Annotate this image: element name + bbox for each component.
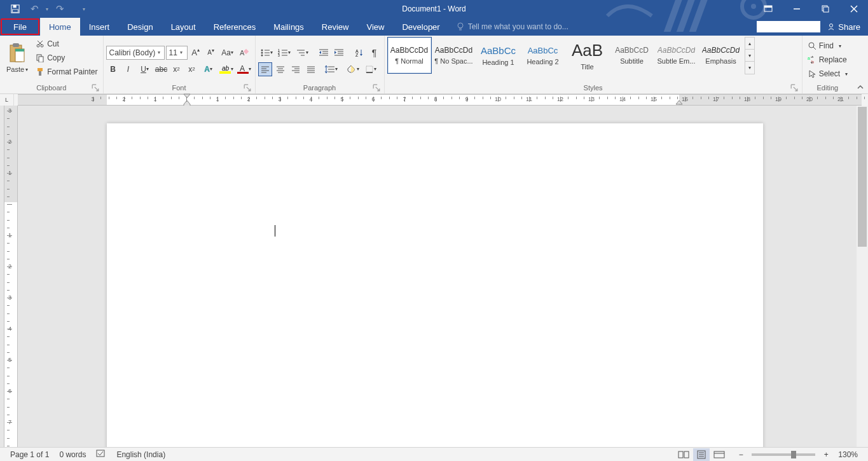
word-count-status[interactable]: 0 words (54, 450, 91, 459)
bullets-button[interactable]: ▾ (258, 46, 275, 60)
zoom-slider-thumb[interactable] (791, 451, 796, 458)
line-spacing-button[interactable]: ▾ (323, 62, 340, 76)
redo-button[interactable]: ↷ (52, 1, 67, 17)
scissors-icon (36, 39, 45, 48)
justify-button[interactable] (304, 62, 318, 76)
dialog-launcher-icon[interactable] (92, 84, 99, 92)
multilevel-list-button[interactable]: ▾ (294, 46, 310, 60)
style-subtle-em---[interactable]: AaBbCcDdSubtle Em... (654, 37, 699, 74)
horizontal-ruler[interactable]: 321123456789101112131415161718192021 (18, 94, 862, 106)
tab-layout[interactable]: Layout (162, 18, 205, 36)
qat-dropdown-icon[interactable]: ▾ (46, 6, 48, 12)
style-heading-1[interactable]: AaBbCcHeading 1 (476, 37, 521, 74)
grow-font-button[interactable]: A▴ (189, 46, 203, 60)
tell-me-search[interactable]: Tell me what you want to do... (449, 18, 576, 36)
gallery-more-button[interactable]: ▾ (745, 62, 754, 74)
page-number-status[interactable]: Page 1 of 1 (5, 450, 54, 459)
replace-icon: ab (808, 55, 816, 64)
subscript-button[interactable]: x2 (170, 62, 184, 76)
decrease-indent-button[interactable] (317, 46, 331, 60)
sort-button[interactable]: AZ (352, 46, 366, 60)
tab-review[interactable]: Review (313, 18, 358, 36)
underline-button[interactable]: U▾ (137, 62, 153, 76)
text-effects-button[interactable]: A▾ (200, 62, 217, 76)
gallery-up-button[interactable]: ▴ (745, 38, 754, 50)
tab-design[interactable]: Design (118, 18, 162, 36)
select-button[interactable]: Select▾ (805, 67, 850, 81)
scrollbar-thumb[interactable] (858, 107, 867, 247)
style-title[interactable]: AaBTitle (565, 37, 610, 74)
vertical-ruler[interactable]: 32112345678 (4, 106, 18, 447)
font-label: Font (172, 84, 186, 92)
zoom-slider[interactable] (752, 453, 815, 456)
undo-button[interactable]: ↶ (27, 1, 42, 17)
tab-developer[interactable]: Developer (393, 18, 448, 36)
increase-indent-button[interactable] (332, 46, 346, 60)
copy-button[interactable]: Copy (33, 51, 100, 65)
zoom-in-button[interactable]: + (820, 448, 832, 461)
replace-button[interactable]: abReplace (805, 53, 850, 67)
tab-mailings[interactable]: Mailings (265, 18, 313, 36)
save-icon[interactable] (8, 1, 23, 17)
align-right-button[interactable] (289, 62, 303, 76)
borders-button[interactable]: ▾ (362, 62, 379, 76)
page-container (18, 106, 857, 447)
shrink-font-button[interactable]: A▾ (204, 46, 218, 60)
numbering-button[interactable]: 123▾ (276, 46, 293, 60)
search-box[interactable] (757, 21, 820, 32)
minimize-button[interactable] (782, 0, 811, 18)
share-button[interactable]: Share (827, 22, 860, 32)
bold-button[interactable]: B (106, 62, 120, 76)
dialog-launcher-icon[interactable] (373, 84, 380, 92)
styles-gallery-nav: ▴ ▾ ▾ (745, 37, 755, 74)
language-status[interactable]: English (India) (111, 450, 170, 459)
find-button[interactable]: Find▾ (805, 39, 844, 53)
ribbon-display-options-icon[interactable] (754, 0, 782, 18)
tab-selector[interactable]: L (0, 94, 14, 106)
highlight-button[interactable]: ab▾ (218, 62, 235, 76)
strikethrough-button[interactable]: abc (155, 62, 169, 76)
collapse-ribbon-button[interactable] (853, 36, 868, 93)
style---normal[interactable]: AaBbCcDd¶ Normal (387, 37, 432, 74)
superscript-button[interactable]: x2 (185, 62, 199, 76)
svg-point-85 (809, 43, 814, 48)
align-left-button[interactable] (258, 62, 272, 76)
font-color-button[interactable]: A▾ (236, 62, 252, 76)
spell-check-status[interactable] (91, 449, 111, 460)
qat-customize-icon[interactable]: ▾ (83, 6, 85, 12)
shading-button[interactable]: ▾ (345, 62, 361, 76)
maximize-button[interactable] (811, 0, 839, 18)
document-page[interactable] (107, 123, 763, 447)
align-center-button[interactable] (273, 62, 287, 76)
tab-file[interactable]: File (1, 18, 39, 35)
gallery-down-button[interactable]: ▾ (745, 50, 754, 62)
italic-button[interactable]: I (121, 62, 135, 76)
style-emphasis[interactable]: AaBbCcDdEmphasis (699, 37, 743, 74)
show-marks-button[interactable]: ¶ (368, 46, 382, 60)
dialog-launcher-icon[interactable] (790, 84, 798, 92)
style---no-spac---[interactable]: AaBbCcDd¶ No Spac... (432, 37, 476, 74)
vertical-scrollbar[interactable] (857, 106, 868, 447)
zoom-out-button[interactable]: − (735, 448, 747, 461)
zoom-level[interactable]: 130% (833, 450, 863, 459)
close-button[interactable] (839, 0, 868, 18)
svg-text:A: A (240, 64, 245, 73)
style-heading-2[interactable]: AaBbCcHeading 2 (521, 37, 565, 74)
print-layout-button[interactable] (693, 448, 710, 461)
font-size-combo[interactable]: 11▾ (166, 46, 188, 60)
paste-button[interactable]: Paste▾ (3, 37, 32, 79)
clear-formatting-button[interactable]: A (237, 46, 251, 60)
font-name-combo[interactable]: Calibri (Body)▾ (106, 46, 165, 60)
dialog-launcher-icon[interactable] (244, 84, 251, 92)
change-case-button[interactable]: Aa▾ (219, 46, 236, 60)
tab-view[interactable]: View (357, 18, 393, 36)
web-layout-button[interactable] (711, 448, 727, 461)
svg-rect-91 (684, 451, 689, 458)
read-mode-button[interactable] (675, 448, 692, 461)
style-subtitle[interactable]: AaBbCcDSubtitle (610, 37, 654, 74)
tab-references[interactable]: References (205, 18, 265, 36)
tab-home[interactable]: Home (40, 18, 80, 36)
tab-insert[interactable]: Insert (80, 18, 119, 36)
format-painter-button[interactable]: Format Painter (33, 65, 100, 79)
cut-button[interactable]: Cut (33, 37, 100, 51)
